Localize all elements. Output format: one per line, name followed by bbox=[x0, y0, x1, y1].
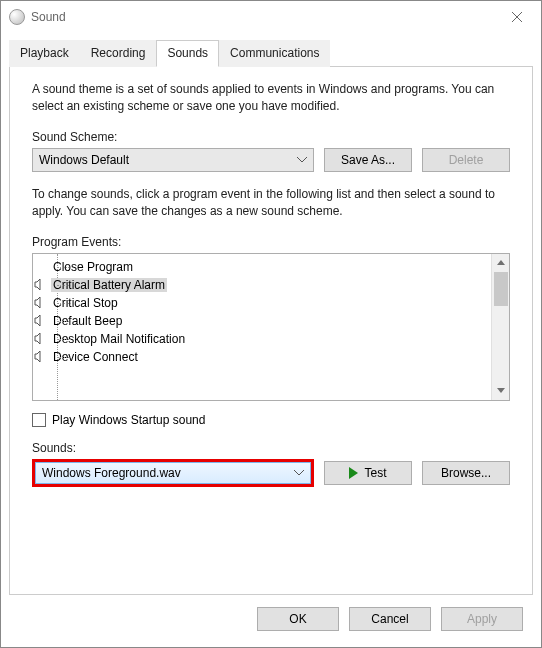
list-item[interactable]: Device Connect bbox=[33, 348, 491, 366]
events-label: Program Events: bbox=[32, 235, 510, 249]
list-item[interactable]: Close Program bbox=[33, 258, 491, 276]
save-as-button[interactable]: Save As... bbox=[324, 148, 412, 172]
sound-file-value: Windows Foreground.wav bbox=[42, 466, 181, 480]
chevron-down-icon bbox=[297, 157, 307, 163]
events-listbox[interactable]: Close Program Critical Battery Alarm Cri… bbox=[32, 253, 510, 401]
change-description: To change sounds, click a program event … bbox=[32, 186, 510, 221]
cancel-button[interactable]: Cancel bbox=[349, 607, 431, 631]
tab-communications[interactable]: Communications bbox=[219, 40, 330, 67]
close-button[interactable] bbox=[497, 3, 537, 31]
browse-button[interactable]: Browse... bbox=[422, 461, 510, 485]
window-title: Sound bbox=[31, 10, 497, 24]
tab-recording[interactable]: Recording bbox=[80, 40, 157, 67]
play-icon bbox=[349, 467, 358, 479]
speaker-icon bbox=[33, 350, 47, 364]
list-item[interactable]: Critical Stop bbox=[33, 294, 491, 312]
apply-button: Apply bbox=[441, 607, 523, 631]
scheme-dropdown[interactable]: Windows Default bbox=[32, 148, 314, 172]
startup-label: Play Windows Startup sound bbox=[52, 413, 205, 427]
speaker-icon bbox=[33, 314, 47, 328]
speaker-icon bbox=[33, 296, 47, 310]
speaker-icon bbox=[33, 332, 47, 346]
titlebar: Sound bbox=[1, 1, 541, 33]
sound-icon bbox=[9, 9, 25, 25]
speaker-icon bbox=[33, 278, 47, 292]
sound-file-dropdown[interactable]: Windows Foreground.wav bbox=[35, 462, 311, 484]
tab-strip: Playback Recording Sounds Communications bbox=[9, 39, 533, 67]
scroll-down-icon[interactable] bbox=[492, 382, 509, 400]
ok-button[interactable]: OK bbox=[257, 607, 339, 631]
list-item[interactable]: Desktop Mail Notification bbox=[33, 330, 491, 348]
tab-playback[interactable]: Playback bbox=[9, 40, 80, 67]
sound-dialog: Sound Playback Recording Sounds Communic… bbox=[0, 0, 542, 648]
delete-button: Delete bbox=[422, 148, 510, 172]
scrollbar[interactable] bbox=[491, 254, 509, 400]
tab-sounds[interactable]: Sounds bbox=[156, 40, 219, 67]
sounds-label: Sounds: bbox=[32, 441, 510, 455]
scheme-label: Sound Scheme: bbox=[32, 130, 510, 144]
list-item[interactable]: Critical Battery Alarm bbox=[33, 276, 491, 294]
chevron-down-icon bbox=[294, 470, 304, 476]
tab-content: A sound theme is a set of sounds applied… bbox=[9, 67, 533, 595]
speaker-icon bbox=[33, 260, 47, 274]
startup-checkbox[interactable] bbox=[32, 413, 46, 427]
dialog-footer: OK Cancel Apply bbox=[1, 595, 541, 647]
test-button[interactable]: Test bbox=[324, 461, 412, 485]
scroll-thumb[interactable] bbox=[494, 272, 508, 306]
scroll-up-icon[interactable] bbox=[492, 254, 509, 272]
theme-description: A sound theme is a set of sounds applied… bbox=[32, 81, 510, 116]
list-item[interactable]: Default Beep bbox=[33, 312, 491, 330]
scheme-value: Windows Default bbox=[39, 153, 129, 167]
